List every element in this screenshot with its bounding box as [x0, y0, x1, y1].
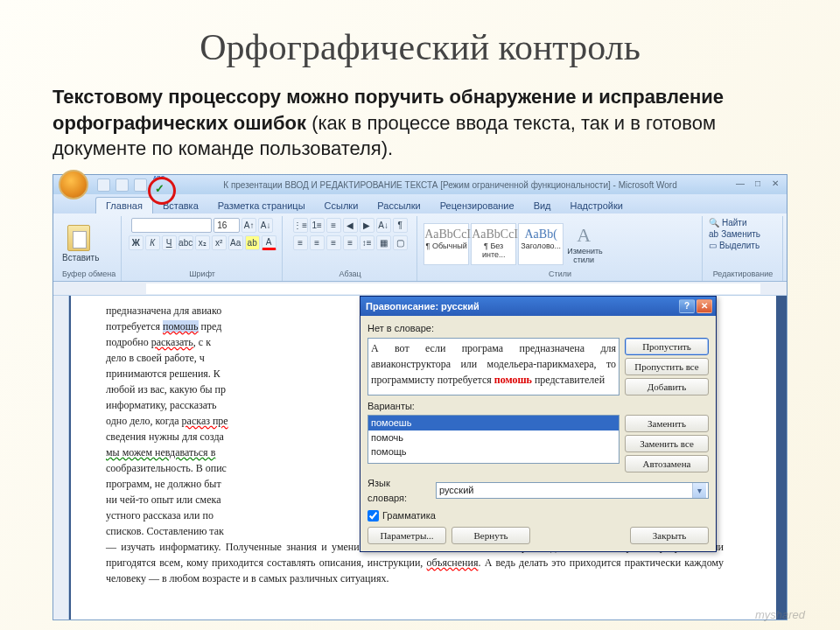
slide-title: Орфографический контроль [35, 26, 805, 68]
paste-button[interactable]: Вставить [62, 225, 95, 262]
ignore-button[interactable]: Пропустить [625, 338, 709, 355]
minimize-icon[interactable]: — [732, 178, 748, 191]
ignore-all-button[interactable]: Пропустить все [625, 358, 709, 375]
style-heading1[interactable]: AaBb(Заголово... [518, 223, 564, 265]
close-button[interactable]: Закрыть [630, 527, 709, 544]
group-styles-label: Стили [424, 270, 696, 279]
grammar-checkbox[interactable]: Грамматика [368, 508, 709, 523]
tab-view[interactable]: Вид [524, 198, 561, 214]
find-button[interactable]: 🔍Найти [709, 218, 747, 228]
align-right-icon[interactable]: ≡ [326, 235, 341, 250]
strikethrough-icon[interactable]: abc [178, 235, 193, 250]
undo-icon[interactable] [116, 178, 129, 192]
group-paragraph: ⋮≡ 1≡ ≡ ◀ ▶ A↓ ¶ ≡ ≡ ≡ ≡ ↕≡ ▦ [284, 216, 417, 281]
find-icon: 🔍 [709, 218, 719, 228]
font-size-combo[interactable]: 16 [214, 218, 240, 233]
decrease-indent-icon[interactable]: ◀ [343, 218, 358, 233]
shading-icon[interactable]: ▦ [376, 235, 391, 250]
tab-addins[interactable]: Надстройки [561, 198, 633, 214]
multilevel-icon[interactable]: ≡ [326, 218, 341, 233]
numbering-icon[interactable]: 1≡ [310, 218, 325, 233]
save-icon[interactable] [97, 178, 110, 192]
vertical-ruler[interactable] [53, 296, 69, 620]
label-variants: Варианты: [368, 399, 709, 414]
change-case-icon[interactable]: Aa [228, 235, 243, 250]
shrink-font-icon[interactable]: A↓ [258, 218, 273, 233]
superscript-icon[interactable]: x² [212, 235, 227, 250]
maximize-icon[interactable]: □ [750, 178, 766, 191]
highlight-icon[interactable]: ab [245, 235, 260, 250]
redo-icon[interactable] [134, 178, 147, 192]
change-button[interactable]: Заменить [625, 415, 709, 432]
slide: Орфографический контроль Текстовому проц… [0, 0, 840, 630]
bold-button[interactable]: Ж [129, 235, 144, 250]
tab-insert[interactable]: Вставка [153, 198, 208, 214]
error-word-2: расказать [151, 336, 193, 348]
grow-font-icon[interactable]: A↑ [242, 218, 256, 233]
align-left-icon[interactable]: ≡ [293, 235, 308, 250]
ribbon-tabs: Главная Вставка Разметка страницы Ссылки… [53, 194, 787, 214]
replace-icon: ab [709, 229, 718, 239]
undo-button[interactable]: Вернуть [452, 527, 530, 544]
tab-home[interactable]: Главная [95, 197, 153, 214]
change-all-button[interactable]: Заменить все [625, 435, 709, 452]
group-editing: 🔍Найти abЗаменить ▭Выделить Редактирован… [704, 216, 783, 281]
document-page[interactable]: предназначена для авиако потребуется пом… [71, 296, 776, 620]
quick-access-toolbar [97, 177, 168, 192]
justify-icon[interactable]: ≡ [343, 235, 358, 250]
tab-layout[interactable]: Разметка страницы [208, 198, 315, 214]
tab-review[interactable]: Рецензирование [430, 198, 524, 214]
style-nospacing[interactable]: AaBbCcI¶ Без инте... [471, 223, 516, 265]
styles-gallery[interactable]: AaBbCcI¶ Обычный AaBbCcI¶ Без инте... Aa… [424, 223, 564, 265]
sort-icon[interactable]: A↓ [376, 218, 391, 233]
font-family-combo[interactable] [131, 218, 212, 233]
variant-selected[interactable]: помоешь [368, 416, 619, 430]
increase-indent-icon[interactable]: ▶ [360, 218, 374, 233]
spelling-dialog: Правописание: русский ? ✕ Нет в словаре:… [360, 296, 717, 552]
group-styles: AaBbCcI¶ Обычный AaBbCcI¶ Без инте... Aa… [418, 216, 703, 281]
variant-item[interactable]: помочь [368, 430, 619, 445]
word-window: К презентации ВВОД И РЕДАКТИРОВАНИЕ ТЕКС… [52, 174, 788, 620]
add-button[interactable]: Добавить [625, 378, 709, 396]
variant-item[interactable]: помощь [368, 444, 619, 459]
dialog-close-icon[interactable]: ✕ [696, 299, 712, 313]
autocorrect-button[interactable]: Автозамена [625, 455, 709, 472]
document-area: предназначена для авиако потребуется пом… [53, 296, 787, 620]
bullets-icon[interactable]: ⋮≡ [293, 218, 308, 233]
dialog-title: Правописание: русский [366, 299, 677, 314]
change-styles-icon: A [567, 224, 600, 247]
font-color-icon[interactable]: A [262, 235, 276, 250]
spellcheck-icon[interactable] [152, 177, 168, 192]
borders-icon[interactable]: ▢ [393, 235, 408, 250]
style-normal[interactable]: AaBbCcI¶ Обычный [424, 223, 469, 265]
dialog-help-icon[interactable]: ? [679, 299, 695, 313]
label-dict-lang: Язык словаря: [368, 476, 430, 505]
select-button[interactable]: ▭Выделить [709, 241, 760, 250]
horizontal-ruler[interactable] [53, 282, 787, 296]
options-button[interactable]: Параметры... [368, 527, 446, 544]
align-center-icon[interactable]: ≡ [310, 235, 325, 250]
window-controls: — □ ✕ [732, 178, 783, 191]
grammar-checkbox-input[interactable] [368, 510, 379, 522]
office-button[interactable] [59, 170, 88, 200]
slide-description: Текстовому процессору можно поручить обн… [52, 84, 788, 162]
line-spacing-icon[interactable]: ↕≡ [360, 235, 374, 250]
close-icon[interactable]: ✕ [767, 178, 783, 191]
group-clipboard: Вставить Буфер обмена [57, 216, 122, 281]
underline-button[interactable]: Ч [162, 235, 177, 250]
italic-button[interactable]: К [145, 235, 160, 250]
tab-references[interactable]: Ссылки [315, 198, 368, 214]
variants-listbox[interactable]: помоешь помочь помощь [368, 415, 620, 464]
group-font-label: Шрифт [128, 270, 276, 279]
tab-mailings[interactable]: Рассылки [368, 198, 430, 214]
context-textbox[interactable]: А вот если програма предназначена для ав… [368, 338, 620, 396]
subscript-icon[interactable]: x₂ [195, 235, 210, 250]
dialog-titlebar[interactable]: Правописание: русский ? ✕ [360, 297, 716, 316]
show-marks-icon[interactable]: ¶ [393, 218, 408, 233]
group-clipboard-label: Буфер обмена [62, 270, 116, 279]
dict-lang-combo[interactable]: русский [436, 482, 709, 499]
replace-button[interactable]: abЗаменить [709, 229, 760, 239]
label-not-in-dict: Нет в словаре: [368, 321, 709, 336]
change-styles-button[interactable]: A Изменить стили [567, 224, 600, 264]
word-titlebar: К презентации ВВОД И РЕДАКТИРОВАНИЕ ТЕКС… [53, 175, 787, 194]
